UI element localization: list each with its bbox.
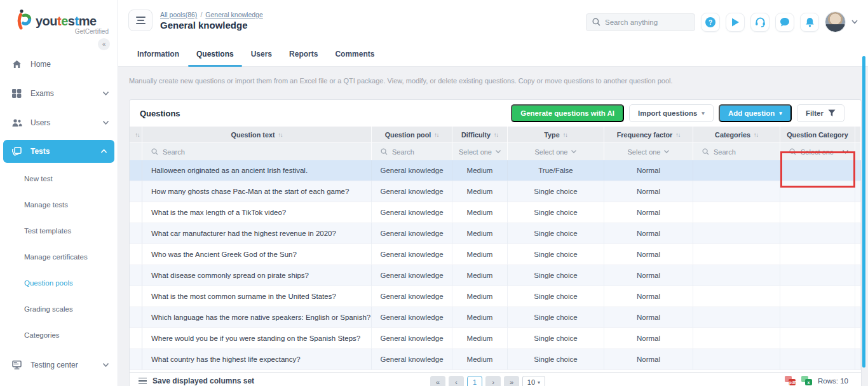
row-handle-cell (130, 223, 142, 244)
row-type: Single choice (508, 307, 604, 327)
filter-categories[interactable] (693, 143, 780, 160)
table-row[interactable]: What country has the highest life expect… (130, 349, 861, 370)
pagination-last-button[interactable]: » (504, 376, 519, 386)
filter-categories-input[interactable] (714, 148, 776, 156)
table-row[interactable]: What is the most common surname in the U… (130, 286, 861, 307)
sidebar-toggle-button[interactable] (128, 10, 153, 31)
filter-question-pool-input[interactable] (392, 148, 449, 156)
table-row[interactable]: What disease commonly spread on pirate s… (130, 265, 861, 286)
sidebar-item-label: Testing center (31, 361, 78, 369)
sidebar: youtestme GetCertified « Home Exams User… (0, 0, 118, 386)
sort-icon: ↑↓ (434, 132, 438, 138)
row-question-category (780, 181, 855, 202)
row-frequency-factor: Normal (604, 349, 693, 369)
filter-question-text[interactable] (142, 143, 372, 160)
pagination-first-button[interactable]: « (430, 376, 445, 386)
export-excel-button[interactable]: x (801, 376, 812, 385)
breadcrumb-all-pools-link[interactable]: All pools(86) (160, 11, 197, 18)
sidebar-item-exams[interactable]: Exams (0, 79, 118, 108)
chevron-down-icon (664, 150, 669, 153)
column-header-categories[interactable]: Categories↑↓ (693, 127, 780, 142)
column-header-question-pool[interactable]: Question pool↑↓ (372, 127, 452, 142)
pagination-prev-button[interactable]: ‹ (449, 376, 464, 386)
column-header-difficulty[interactable]: Difficulty↑↓ (452, 127, 508, 142)
table-row[interactable]: Where would you be if you were standing … (130, 328, 861, 349)
tutorials-button[interactable] (726, 13, 745, 32)
save-displayed-columns-button[interactable]: Save displayed columns set (139, 376, 254, 385)
sidebar-item-home[interactable]: Home (0, 50, 118, 79)
sidebar-item-question-pools[interactable]: Question pools (0, 270, 118, 296)
column-header-question-category[interactable]: Question Category (780, 127, 855, 142)
tab-reports[interactable]: Reports (289, 42, 318, 66)
filter-frequency-factor-select[interactable]: Select one (604, 143, 693, 160)
topbar: All pools(86)/General knowledge General … (118, 0, 868, 42)
table-row[interactable]: Which language has the more native speak… (130, 307, 861, 328)
table-row[interactable]: What is the max length of a TikTok video… (130, 202, 861, 223)
table-row[interactable]: Who was the Ancient Greek God of the Sun… (130, 244, 861, 265)
filter-difficulty-select[interactable]: Select one (452, 143, 508, 160)
pagination-next-button[interactable]: › (485, 376, 501, 386)
row-handle-cell (130, 307, 142, 327)
sidebar-item-categories[interactable]: Categories (0, 322, 118, 348)
page-size-select[interactable]: 10▾ (522, 376, 545, 386)
rows-count-label: Rows: 10 (818, 377, 848, 385)
tab-users[interactable]: Users (251, 42, 272, 66)
row-question-text: Who was the Ancient Greek God of the Sun… (142, 244, 372, 265)
chat-button[interactable] (775, 13, 794, 32)
sidebar-item-new-test[interactable]: New test (0, 165, 118, 191)
table-filter-row: Select one Select one Select one Select … (130, 142, 861, 160)
sidebar-item-tests[interactable]: Tests (3, 140, 114, 163)
table-row[interactable]: What car manufacturer had the highest re… (130, 223, 861, 244)
sidebar-item-testing-center[interactable]: Testing center (0, 350, 118, 380)
chevron-down-icon (571, 150, 576, 153)
sidebar-item-users[interactable]: Users (0, 108, 118, 137)
support-button[interactable] (750, 13, 770, 32)
sidebar-item-grading-scales[interactable]: Grading scales (0, 296, 118, 322)
row-question-text: What car manufacturer had the highest re… (142, 223, 372, 244)
row-frequency-factor: Normal (604, 181, 693, 202)
import-questions-button[interactable]: Import questions▾ (629, 104, 714, 122)
table-header-row: ↑↓ Question text↑↓ Question pool↑↓ Diffi… (130, 127, 861, 142)
row-frequency-factor: Normal (604, 286, 693, 307)
generate-questions-ai-button[interactable]: Generate questions with AI (511, 104, 624, 122)
user-menu-chevron-icon[interactable] (851, 20, 858, 24)
tab-description: Manually create new questions or import … (129, 77, 673, 85)
table-body: Halloween originated as an ancient Irish… (130, 160, 861, 370)
user-avatar[interactable] (825, 11, 846, 32)
help-button[interactable]: ? (701, 13, 720, 32)
filter-question-category-select[interactable]: Select one (780, 143, 855, 160)
filter-type-select[interactable]: Select one (508, 143, 604, 160)
filter-question-pool[interactable] (372, 143, 452, 160)
row-handle-cell (130, 181, 142, 202)
filter-question-text-input[interactable] (163, 148, 339, 156)
sidebar-item-manage-tests[interactable]: Manage tests (0, 191, 118, 217)
columns-icon (139, 378, 147, 385)
table-row[interactable]: Halloween originated as an ancient Irish… (130, 160, 861, 181)
play-icon (730, 17, 740, 27)
column-header-frequency-factor[interactable]: Frequency factor↑↓ (604, 127, 693, 142)
column-header-type[interactable]: Type↑↓ (508, 127, 604, 142)
breadcrumb-current-link[interactable]: General knowledge (205, 11, 262, 18)
tab-information[interactable]: Information (137, 42, 179, 66)
add-question-button[interactable]: Add question▾ (719, 104, 792, 122)
tab-questions[interactable]: Questions (196, 42, 234, 66)
row-categories (693, 202, 780, 223)
export-pdf-button[interactable]: pdf (785, 376, 796, 385)
filter-button[interactable]: Filter (797, 104, 844, 122)
notifications-button[interactable] (800, 13, 819, 32)
global-search[interactable] (586, 13, 695, 31)
sidebar-item-label: Users (31, 118, 50, 127)
column-header-sort-all[interactable]: ↑↓ (130, 127, 142, 142)
sidebar-item-test-templates[interactable]: Test templates (0, 217, 118, 244)
sidebar-collapse-button[interactable]: « (98, 38, 110, 50)
row-question-category (780, 307, 855, 327)
tab-comments[interactable]: Comments (335, 42, 374, 66)
pagination-page-1-button[interactable]: 1 (467, 376, 482, 386)
global-search-input[interactable] (605, 18, 689, 26)
row-question-category (780, 328, 855, 348)
column-header-question-text[interactable]: Question text↑↓ (142, 127, 372, 142)
row-question-category (780, 202, 855, 223)
vertical-scrollbar[interactable] (862, 56, 865, 368)
sidebar-item-manage-certificates[interactable]: Manage certificates (0, 244, 118, 270)
table-row[interactable]: How many ghosts chase Pac-Man at the sta… (130, 181, 861, 202)
